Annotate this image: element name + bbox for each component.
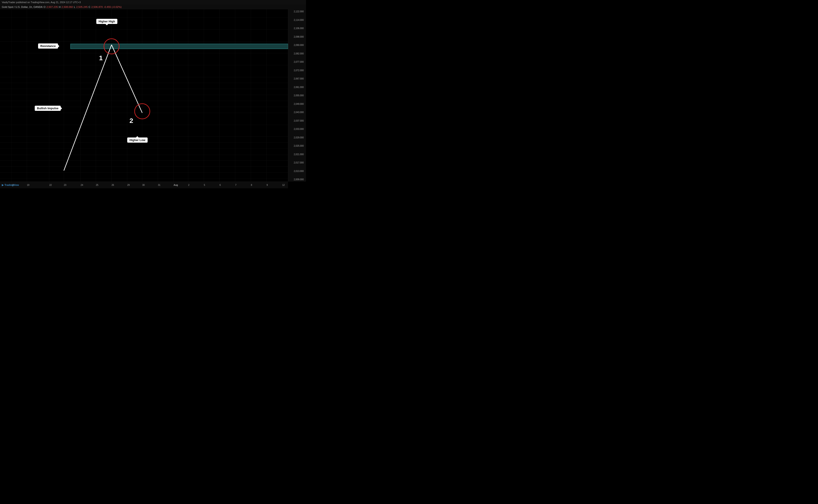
chart-area: 1 2 Higher High Higher Low Bullish Impul… (0, 9, 288, 182)
high-value: 2,508.060 (62, 6, 73, 8)
svg-line-40 (64, 45, 111, 171)
price-tick: 2,055.000 (288, 94, 305, 97)
close-value: 2,506.870 (91, 6, 103, 8)
price-tick: 2,025.000 (288, 145, 305, 147)
price-tick: 2,017.000 (288, 161, 305, 164)
price-tick: 2,072.000 (288, 69, 305, 72)
tv-text: TradingView (4, 184, 19, 186)
time-tick: 26 (111, 184, 114, 186)
price-tick: 2,037.000 (288, 120, 305, 122)
price-tick: 2,013.000 (288, 170, 305, 172)
price-tick: 2,106.000 (288, 27, 305, 30)
time-tick: 19 (27, 184, 29, 186)
price-change: -0.455 (-0.02%) (104, 6, 122, 8)
price-tick: 2,090.000 (288, 44, 305, 46)
time-tick: 12 (282, 184, 285, 186)
time-axis: 18192223242526293031Aug25678912 (0, 182, 288, 188)
price-tick: 2,067.000 (288, 77, 305, 80)
number-1-label: 1 (99, 54, 103, 62)
time-tick: 25 (96, 184, 98, 186)
price-axis: 2,122.0002,114.0002,106.0002,098.0002,09… (288, 9, 306, 182)
tv-icon: ▶ (2, 184, 4, 187)
time-tick: 7 (235, 184, 236, 186)
bullish-impulse-callout: Bullish Impulse (35, 106, 61, 111)
higher-low-callout: Higher Low (127, 137, 148, 143)
price-tick: 2,029.000 (288, 136, 305, 139)
high-label: H (59, 6, 60, 8)
resistance-callout: Resistance (38, 43, 58, 49)
instrument-label: Gold Spot / U.S. Dollar, 1h, OANDA (2, 6, 43, 8)
time-tick: 30 (142, 184, 145, 186)
price-tick: 2,061.000 (288, 86, 305, 88)
open-label: O (43, 6, 45, 8)
svg-line-41 (111, 45, 142, 113)
time-tick: 23 (64, 184, 66, 186)
svg-rect-38 (71, 44, 288, 49)
price-tick: 2,122.000 (288, 10, 305, 13)
price-tick: 2,033.000 (288, 128, 305, 130)
price-tick: 2,021.000 (288, 153, 305, 156)
time-tick: 6 (219, 184, 221, 186)
price-tick: 2,114.000 (288, 19, 305, 21)
low-value: 2,505.245 (76, 6, 88, 8)
top-bar: VasilyTrader published on TradingView.co… (0, 0, 306, 4)
price-tick: 2,043.000 (288, 111, 305, 114)
price-tick: 2,009.000 (288, 178, 305, 181)
price-tick: 2,049.000 (288, 103, 305, 105)
low-label: L (74, 6, 75, 8)
time-tick: Aug (174, 184, 178, 186)
price-tick: 2,098.000 (288, 36, 305, 38)
price-tick: 2,077.000 (288, 61, 305, 63)
higher-high-callout: Higher High (96, 19, 117, 24)
price-tick: 2,082.000 (288, 52, 305, 55)
time-tick: 22 (49, 184, 52, 186)
time-tick: 9 (266, 184, 268, 186)
time-tick: 2 (188, 184, 189, 186)
publisher-info: VasilyTrader published on TradingView.co… (2, 1, 81, 4)
time-tick: 5 (204, 184, 205, 186)
time-tick: 24 (81, 184, 83, 186)
time-tick: 8 (251, 184, 252, 186)
bottom-bar: ▶ TradingView (0, 182, 27, 188)
number-2-label: 2 (129, 117, 133, 124)
time-tick: 31 (158, 184, 160, 186)
tradingview-logo: ▶ TradingView (2, 184, 19, 187)
time-tick: 29 (127, 184, 130, 186)
open-value: 2,507.235 (46, 6, 58, 8)
close-label: C (88, 6, 90, 8)
ohlc-bar: Gold Spot / U.S. Dollar, 1h, OANDA O 2,5… (0, 4, 306, 9)
